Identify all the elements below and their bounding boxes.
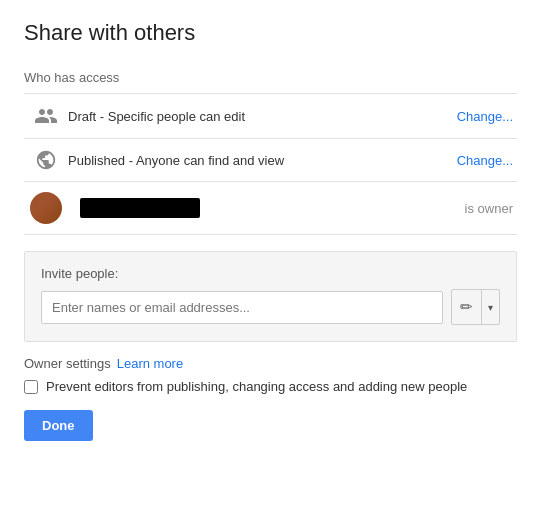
change-link-draft[interactable]: Change... bbox=[457, 109, 513, 124]
owner-settings-label: Owner settings bbox=[24, 356, 111, 371]
learn-more-link[interactable]: Learn more bbox=[117, 356, 183, 371]
people-icon bbox=[28, 104, 64, 128]
is-owner-label: is owner bbox=[465, 201, 513, 216]
invite-input[interactable] bbox=[41, 291, 443, 324]
globe-icon bbox=[28, 149, 64, 171]
avatar bbox=[28, 192, 64, 224]
access-table: Draft - Specific people can edit Change.… bbox=[24, 93, 517, 235]
done-button[interactable]: Done bbox=[24, 410, 93, 441]
who-has-access-label: Who has access bbox=[24, 70, 517, 85]
invite-label: Invite people: bbox=[41, 266, 500, 281]
pencil-dropdown-button[interactable]: ✏ ▾ bbox=[451, 289, 500, 325]
prevent-editors-checkbox[interactable] bbox=[24, 380, 38, 394]
access-row-draft: Draft - Specific people can edit Change.… bbox=[24, 94, 517, 139]
dropdown-arrow-icon: ▾ bbox=[482, 290, 499, 324]
access-row-draft-text: Draft - Specific people can edit bbox=[64, 109, 457, 124]
access-row-owner: is owner bbox=[24, 182, 517, 235]
prevent-editors-label: Prevent editors from publishing, changin… bbox=[46, 379, 467, 394]
invite-input-row: ✏ ▾ bbox=[41, 289, 500, 325]
access-row-published-text: Published - Anyone can find and view bbox=[64, 153, 457, 168]
pencil-icon: ✏ bbox=[452, 290, 482, 324]
access-row-published: Published - Anyone can find and view Cha… bbox=[24, 139, 517, 182]
dialog-title: Share with others bbox=[24, 20, 517, 46]
change-link-published[interactable]: Change... bbox=[457, 153, 513, 168]
checkbox-row: Prevent editors from publishing, changin… bbox=[24, 379, 517, 394]
owner-name-redacted bbox=[80, 198, 200, 218]
share-dialog: Share with others Who has access Draft -… bbox=[0, 0, 541, 465]
owner-settings-row: Owner settings Learn more bbox=[24, 356, 517, 371]
invite-section: Invite people: ✏ ▾ bbox=[24, 251, 517, 342]
